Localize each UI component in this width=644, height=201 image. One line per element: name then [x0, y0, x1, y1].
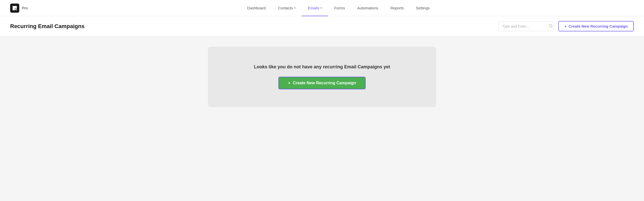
nav-item-emails[interactable]: Emails ▾ — [302, 0, 328, 16]
navbar: Pro Dashboard Contacts ▾ Emails ▾ Forms … — [0, 0, 644, 16]
nav-item-forms[interactable]: Forms — [328, 0, 351, 16]
brand[interactable]: Pro — [10, 4, 28, 13]
search-input[interactable] — [502, 24, 547, 28]
nav-item-contacts[interactable]: Contacts ▾ — [272, 0, 302, 16]
empty-state-card: Looks like you do not have any recurring… — [208, 47, 436, 107]
svg-rect-2 — [13, 8, 14, 10]
nav-item-dashboard[interactable]: Dashboard — [241, 0, 272, 16]
page-header: Recurring Email Campaigns + Create New R… — [0, 16, 644, 36]
main-content: Looks like you do not have any recurring… — [0, 36, 644, 201]
chevron-down-icon: ▾ — [294, 6, 296, 10]
plus-icon: + — [564, 24, 567, 28]
search-icon — [549, 24, 553, 29]
brand-label: Pro — [22, 6, 28, 10]
create-campaign-header-button[interactable]: + Create New Recurring Campaign — [558, 21, 634, 31]
search-box[interactable] — [498, 22, 554, 31]
chevron-down-icon: ▾ — [320, 6, 322, 10]
svg-line-4 — [551, 27, 552, 27]
nav-item-reports[interactable]: Reports — [384, 0, 410, 16]
nav-item-automations[interactable]: Automations — [351, 0, 384, 16]
svg-rect-1 — [15, 6, 17, 8]
svg-rect-0 — [13, 6, 14, 8]
brand-logo-icon — [10, 4, 19, 13]
nav-menu: Dashboard Contacts ▾ Emails ▾ Forms Auto… — [43, 0, 634, 16]
header-actions: + Create New Recurring Campaign — [498, 21, 634, 31]
page-title: Recurring Email Campaigns — [10, 23, 84, 30]
nav-item-settings[interactable]: Settings — [410, 0, 436, 16]
plus-icon: + — [288, 81, 290, 85]
empty-state-message: Looks like you do not have any recurring… — [254, 64, 390, 70]
create-campaign-center-button[interactable]: + Create New Recurring Campaign — [278, 77, 366, 89]
